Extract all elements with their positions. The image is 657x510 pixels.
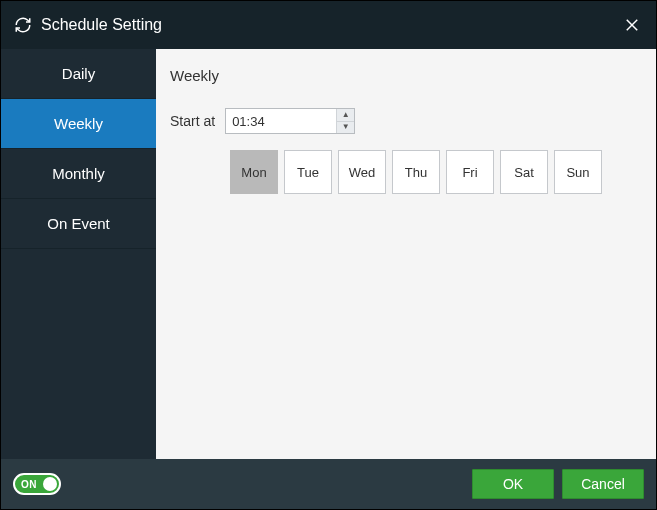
day-button-sun[interactable]: Sun — [554, 150, 602, 194]
sidebar-item-label: Weekly — [54, 115, 103, 132]
day-label: Wed — [349, 165, 376, 180]
dialog-body: Daily Weekly Monthly On Event Weekly Sta… — [1, 49, 656, 459]
schedule-setting-dialog: Schedule Setting Daily Weekly Monthly On… — [0, 0, 657, 510]
close-button[interactable] — [620, 13, 644, 37]
sidebar-item-daily[interactable]: Daily — [1, 49, 156, 99]
dialog-title: Schedule Setting — [41, 16, 162, 34]
sync-icon — [13, 15, 33, 35]
day-button-fri[interactable]: Fri — [446, 150, 494, 194]
day-label: Tue — [297, 165, 319, 180]
spinner-up-button[interactable]: ▲ — [337, 109, 354, 122]
start-at-label: Start at — [170, 113, 215, 129]
days-of-week: Mon Tue Wed Thu Fri Sat Sun — [230, 150, 642, 194]
day-button-tue[interactable]: Tue — [284, 150, 332, 194]
day-button-wed[interactable]: Wed — [338, 150, 386, 194]
sidebar-item-on-event[interactable]: On Event — [1, 199, 156, 249]
start-time-value[interactable]: 01:34 — [226, 109, 336, 133]
dialog-footer: ON OK Cancel — [1, 459, 656, 509]
main-panel: Weekly Start at 01:34 ▲ ▼ Mon Tue — [156, 49, 656, 459]
ok-button[interactable]: OK — [472, 469, 554, 499]
day-label: Thu — [405, 165, 427, 180]
day-button-thu[interactable]: Thu — [392, 150, 440, 194]
button-label: OK — [503, 476, 523, 492]
day-label: Fri — [462, 165, 477, 180]
start-time-row: Start at 01:34 ▲ ▼ — [170, 108, 642, 134]
spinner-down-button[interactable]: ▼ — [337, 122, 354, 134]
sidebar-item-monthly[interactable]: Monthly — [1, 149, 156, 199]
enable-toggle[interactable]: ON — [13, 473, 61, 495]
sidebar-item-label: On Event — [47, 215, 110, 232]
title-bar: Schedule Setting — [1, 1, 656, 49]
time-spinner: ▲ ▼ — [336, 109, 354, 133]
sidebar-item-label: Monthly — [52, 165, 105, 182]
sidebar-item-weekly[interactable]: Weekly — [1, 99, 156, 149]
day-label: Sat — [514, 165, 534, 180]
day-button-sat[interactable]: Sat — [500, 150, 548, 194]
sidebar: Daily Weekly Monthly On Event — [1, 49, 156, 459]
day-label: Mon — [241, 165, 266, 180]
panel-title: Weekly — [170, 67, 642, 84]
button-label: Cancel — [581, 476, 625, 492]
day-label: Sun — [566, 165, 589, 180]
cancel-button[interactable]: Cancel — [562, 469, 644, 499]
sidebar-item-label: Daily — [62, 65, 95, 82]
day-button-mon[interactable]: Mon — [230, 150, 278, 194]
start-time-input[interactable]: 01:34 ▲ ▼ — [225, 108, 355, 134]
toggle-label: ON — [21, 479, 37, 490]
toggle-knob — [43, 477, 57, 491]
